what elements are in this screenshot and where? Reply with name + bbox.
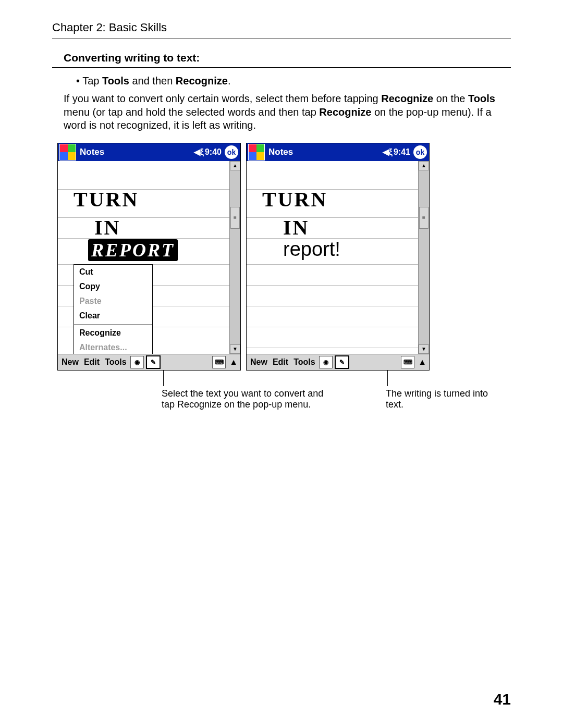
speaker-icon[interactable]: ◀ξ [194, 147, 204, 157]
handwriting-line1: TURN [74, 187, 139, 212]
keyboard-icon[interactable]: ⌨ [212, 356, 226, 368]
command-bar: New Edit Tools ◉ ✎ ⌨ ▲ [58, 354, 240, 370]
menu-paste: Paste [74, 294, 152, 309]
scroll-up-icon[interactable]: ▲ [230, 161, 240, 170]
scroll-track[interactable]: ≡ [419, 170, 429, 344]
text-bold: Tools [468, 93, 495, 104]
text: and then [129, 75, 176, 87]
body-paragraph: If you want to convert only certain word… [52, 92, 511, 132]
text: Tap [82, 75, 102, 87]
scroll-down-icon[interactable]: ▼ [230, 344, 240, 354]
clock-label: 9:40 [205, 147, 222, 157]
menu-new[interactable]: New [59, 357, 81, 367]
menu-separator [74, 324, 152, 325]
pen-icon[interactable]: ✎ [146, 355, 161, 369]
menu-cut[interactable]: Cut [74, 265, 152, 279]
menu-tools[interactable]: Tools [102, 357, 129, 367]
app-title: Notes [80, 147, 194, 157]
pen-icon[interactable]: ✎ [335, 355, 349, 369]
vertical-scrollbar[interactable]: ▲ ≡ ▼ [418, 161, 429, 354]
menu-tools[interactable]: Tools [291, 357, 317, 367]
menu-alternates: Alternates... [74, 340, 152, 354]
scroll-track[interactable]: ≡ [230, 170, 240, 344]
menu-edit[interactable]: Edit [81, 357, 102, 367]
window-titlebar: Notes ◀ξ 9:41 ok [247, 143, 429, 161]
record-icon[interactable]: ◉ [130, 356, 144, 368]
handwriting-selected[interactable]: REPORT [88, 239, 178, 261]
text: If you want to convert only certain word… [64, 93, 381, 104]
start-flag-icon[interactable] [248, 144, 265, 161]
text-bold: Tools [102, 75, 129, 87]
ok-button[interactable]: ok [413, 145, 427, 159]
text: menu (or tap and hold the selected words… [64, 106, 319, 118]
callout-connector [163, 371, 164, 386]
converted-text: report! [283, 238, 340, 261]
scroll-thumb[interactable]: ≡ [230, 207, 240, 229]
handwriting-line2: IN [283, 215, 309, 240]
text-bold: Recognize [381, 93, 433, 104]
keyboard-icon[interactable]: ⌨ [401, 356, 414, 368]
screenshot-before: Notes ◀ξ 9:40 ok TURN IN REPORT [57, 143, 241, 371]
notes-canvas[interactable]: TURN IN REPORT Cut Copy Paste Clear Reco… [58, 161, 229, 354]
text: . [228, 75, 231, 87]
scroll-up-icon[interactable]: ▲ [419, 161, 429, 170]
sip-up-icon[interactable]: ▲ [415, 357, 429, 367]
scroll-down-icon[interactable]: ▼ [419, 344, 429, 354]
text-bold: Recognize [176, 75, 228, 87]
instruction-bullet: Tap Tools and then Recognize. [52, 75, 511, 87]
window-titlebar: Notes ◀ξ 9:40 ok [58, 143, 240, 161]
menu-recognize[interactable]: Recognize [74, 326, 152, 340]
menu-clear[interactable]: Clear [74, 309, 152, 323]
start-flag-icon[interactable] [59, 144, 76, 161]
page-number: 41 [494, 690, 511, 708]
app-title: Notes [268, 147, 383, 157]
chapter-header: Chapter 2: Basic Skills [52, 21, 511, 39]
screenshot-after: Notes ◀ξ 9:41 ok TURN IN report! [246, 143, 430, 371]
record-icon[interactable]: ◉ [319, 356, 333, 368]
handwriting-line2: IN [94, 215, 120, 240]
ok-button[interactable]: ok [225, 145, 238, 159]
text: on the [433, 93, 468, 104]
scroll-thumb[interactable]: ≡ [419, 207, 429, 229]
handwriting-line1: TURN [262, 187, 327, 212]
text-bold: Recognize [319, 106, 371, 118]
menu-copy[interactable]: Copy [74, 279, 152, 294]
section-title: Converting writing to text: [52, 52, 511, 68]
callout-right: The writing is turned into text. [386, 386, 506, 410]
callout-connector [387, 371, 388, 386]
command-bar: New Edit Tools ◉ ✎ ⌨ ▲ [247, 354, 429, 370]
clock-label: 9:41 [394, 147, 410, 157]
vertical-scrollbar[interactable]: ▲ ≡ ▼ [229, 161, 240, 354]
sip-up-icon[interactable]: ▲ [227, 357, 240, 367]
menu-new[interactable]: New [248, 357, 270, 367]
context-menu: Cut Copy Paste Clear Recognize Alternate… [74, 264, 153, 354]
notes-canvas[interactable]: TURN IN report! [247, 161, 418, 354]
speaker-icon[interactable]: ◀ξ [383, 147, 393, 157]
callout-left: Select the text you want to convert and … [162, 386, 328, 410]
menu-edit[interactable]: Edit [270, 357, 291, 367]
